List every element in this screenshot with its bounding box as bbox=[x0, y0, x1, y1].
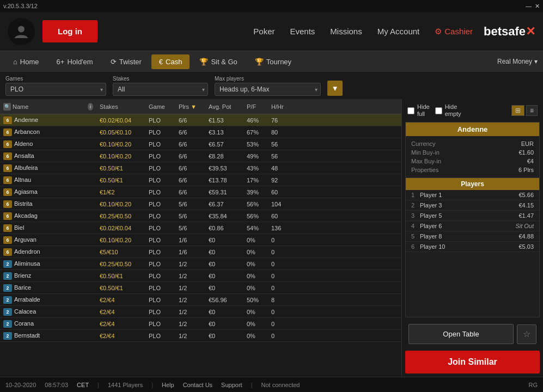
cell-name: 6Arbancon bbox=[0, 128, 84, 136]
nav-my-account[interactable]: My Account bbox=[377, 27, 420, 36]
cell-game: PLO bbox=[145, 297, 175, 303]
table-row[interactable]: 6Bistrita €0.10/€0.20 PLO 5/6 €6.37 56% … bbox=[0, 198, 401, 210]
table-row[interactable]: 2Brienz €0.50/€1 PLO 1/2 €0 0% 0 bbox=[0, 270, 401, 282]
tab-sitgo[interactable]: 🏆 Sit & Go bbox=[192, 54, 245, 69]
rg-label[interactable]: RG bbox=[529, 382, 538, 388]
col-avgpot[interactable]: Avg. Pot bbox=[205, 103, 243, 110]
tab-holdem[interactable]: 6+ Hold'em bbox=[49, 54, 101, 69]
nav-cashier[interactable]: ⚙ Cashier bbox=[435, 27, 473, 36]
maxplayers-filter: Max players Heads up, 6-Max All Heads Up… bbox=[215, 76, 321, 96]
star-icon: ☆ bbox=[523, 329, 530, 339]
cell-plrs: 1/6 bbox=[175, 249, 205, 255]
badge: 2 bbox=[3, 332, 12, 340]
cell-avgpot: €0 bbox=[205, 261, 243, 267]
cell-avgpot: €0 bbox=[205, 309, 243, 315]
tab-home[interactable]: ⌂ Home bbox=[5, 54, 47, 69]
col-plrs[interactable]: Plrs ▼ bbox=[175, 103, 205, 110]
contact-link[interactable]: Contact Us bbox=[183, 382, 212, 388]
table-row[interactable]: 6Agiasma €1/€2 PLO 6/6 €59.31 39% 60 bbox=[0, 186, 401, 198]
col-hhr[interactable]: H/Hr bbox=[268, 103, 295, 110]
list-view-button[interactable]: ≡ bbox=[526, 105, 538, 116]
table-row[interactable]: 6Biel €0.02/€0.04 PLO 5/6 €0.86 54% 136 bbox=[0, 222, 401, 234]
cell-pf: 67% bbox=[243, 129, 268, 136]
cell-game: PLO bbox=[145, 213, 175, 219]
login-button[interactable]: Log in bbox=[42, 20, 97, 42]
cell-pf: 0% bbox=[243, 333, 268, 339]
maxplayers-select[interactable]: Heads up, 6-Max All Heads Up 6-Max 9-Max bbox=[215, 83, 321, 96]
cell-plrs: 1/2 bbox=[175, 297, 205, 303]
table-row[interactable]: 6Arguvan €0.10/€0.20 PLO 1/6 €0 0% 0 bbox=[0, 234, 401, 246]
table-row[interactable]: 6Altnau €0.50/€1 PLO 6/6 €13.78 17% 92 bbox=[0, 174, 401, 186]
table-row[interactable]: 2Aliminusa €0.25/€0.50 PLO 1/2 €0 0% 0 bbox=[0, 258, 401, 270]
col-info[interactable]: i bbox=[84, 103, 96, 111]
table-row[interactable]: 2Calacea €2/€4 PLO 1/2 €0 0% 0 bbox=[0, 306, 401, 318]
cell-stakes: €0.10/€0.20 bbox=[96, 153, 145, 160]
games-select[interactable]: PLO NLH bbox=[5, 83, 106, 96]
table-row[interactable]: 2Bernstadt €2/€4 PLO 1/2 €0 0% 0 bbox=[0, 330, 401, 342]
cell-avgpot: €0 bbox=[205, 273, 243, 279]
player-amount: €1.47 bbox=[518, 212, 534, 219]
cell-plrs: 6/6 bbox=[175, 141, 205, 148]
cell-hhr: 56 bbox=[268, 141, 295, 148]
cell-stakes: €0.05/€0.10 bbox=[96, 129, 145, 136]
cell-plrs: 6/6 bbox=[175, 189, 205, 195]
close-button[interactable]: ✕ bbox=[535, 3, 540, 10]
statusbar: 10-20-2020 08:57:03 CET | 1441 Players |… bbox=[0, 377, 543, 392]
cell-name: 2Aliminusa bbox=[0, 260, 84, 268]
col-stakes[interactable]: Stakes bbox=[96, 103, 145, 110]
tab-tourney[interactable]: 🏆 Tourney bbox=[247, 54, 299, 69]
support-link[interactable]: Support bbox=[221, 382, 242, 388]
table-row[interactable]: 6Akcadag €0.25/€0.50 PLO 5/6 €35.84 56% … bbox=[0, 210, 401, 222]
cell-hhr: 0 bbox=[268, 237, 295, 243]
player-num: 2 bbox=[411, 202, 420, 209]
col-pf[interactable]: P/F bbox=[243, 103, 268, 110]
cell-stakes: €0.25/€0.50 bbox=[96, 213, 145, 219]
table-row[interactable]: 2Corana €2/€4 PLO 1/2 €0 0% 0 bbox=[0, 318, 401, 330]
badge: 6 bbox=[3, 200, 12, 208]
table-row[interactable]: 6Ansalta €0.10/€0.20 PLO 6/6 €8.28 49% 5… bbox=[0, 150, 401, 162]
holdem-icon: 6+ bbox=[57, 58, 65, 66]
badge: 2 bbox=[3, 260, 12, 268]
timezone-button[interactable]: CET bbox=[77, 382, 89, 388]
table-row[interactable]: 6Aldeno €0.10/€0.20 PLO 6/6 €6.57 53% 56 bbox=[0, 138, 401, 150]
table-row[interactable]: 6Adendron €5/€10 PLO 1/6 €0 0% 0 bbox=[0, 246, 401, 258]
tabbar: ⌂ Home 6+ Hold'em ⟳ Twister € Cash 🏆 Sit… bbox=[0, 51, 543, 72]
cell-game: PLO bbox=[145, 201, 175, 207]
hide-full-checkbox[interactable]: Hidefull bbox=[407, 103, 430, 118]
filter-button[interactable]: ▼ bbox=[327, 81, 343, 96]
col-name[interactable]: 🔍 Name bbox=[0, 103, 84, 111]
nav-events[interactable]: Events bbox=[290, 27, 315, 36]
table-row[interactable]: 2Barice €0.50/€1 PLO 1/2 €0 0% 0 bbox=[0, 282, 401, 294]
cell-hhr: 8 bbox=[268, 297, 295, 303]
table-row[interactable]: 2Arrabalde €2/€4 PLO 1/2 €56.96 50% 8 bbox=[0, 294, 401, 306]
table-row[interactable]: 6Albufeira €0.50/€1 PLO 6/6 €39.53 43% 4… bbox=[0, 162, 401, 174]
join-similar-button[interactable]: Join Similar bbox=[405, 351, 540, 373]
cell-name: 2Arrabalde bbox=[0, 296, 84, 304]
cell-game: PLO bbox=[145, 189, 175, 195]
open-table-button[interactable]: Open Table bbox=[408, 324, 514, 344]
stakes-select[interactable]: All bbox=[113, 83, 208, 96]
cell-plrs: 6/6 bbox=[175, 165, 205, 171]
help-link[interactable]: Help bbox=[162, 382, 174, 388]
tab-twister[interactable]: ⟳ Twister bbox=[103, 54, 149, 69]
minimize-button[interactable]: — bbox=[526, 3, 532, 10]
nav-missions[interactable]: Missions bbox=[330, 27, 362, 36]
cell-game: PLO bbox=[145, 141, 175, 148]
hide-empty-checkbox[interactable]: Hideempty bbox=[435, 103, 461, 118]
grid-view-button[interactable]: ⊞ bbox=[511, 105, 524, 116]
player-num: 6 bbox=[411, 243, 420, 250]
col-game[interactable]: Game bbox=[145, 103, 175, 110]
table-row[interactable]: 6Arbancon €0.05/€0.10 PLO 6/6 €3.13 67% … bbox=[0, 126, 401, 138]
tab-cash[interactable]: € Cash bbox=[151, 54, 190, 69]
favorite-button[interactable]: ☆ bbox=[517, 324, 536, 344]
table-row[interactable]: 6Andenne €0.02/€0.04 PLO 6/6 €1.53 46% 7… bbox=[0, 114, 401, 126]
cell-game: PLO bbox=[145, 225, 175, 231]
cell-avgpot: €39.53 bbox=[205, 165, 243, 171]
detail-panel: Andenne Currency EUR Min Buy-in €1.60 Ma… bbox=[405, 122, 540, 317]
cell-stakes: €0.50/€1 bbox=[96, 177, 145, 183]
nav-poker[interactable]: Poker bbox=[253, 27, 274, 36]
cell-avgpot: €0 bbox=[205, 285, 243, 291]
cell-name: 6Albufeira bbox=[0, 164, 84, 172]
real-money-selector[interactable]: Real Money ▾ bbox=[497, 58, 538, 65]
badge: 2 bbox=[3, 308, 12, 316]
